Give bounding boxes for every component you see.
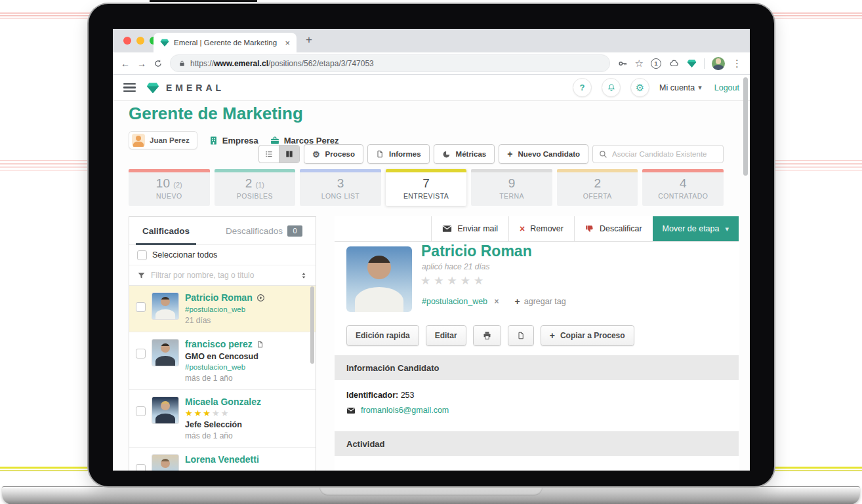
window-minimize-button[interactable] xyxy=(136,37,144,45)
candidate-checkbox[interactable] xyxy=(136,302,146,312)
stage-nuevo[interactable]: 10 (2) NUEVO xyxy=(129,169,210,206)
hamburger-menu-icon[interactable] xyxy=(123,83,136,92)
print-button[interactable] xyxy=(473,325,501,346)
reports-button[interactable]: Informes xyxy=(367,144,430,164)
help-button[interactable] xyxy=(573,78,592,97)
candidate-email-link[interactable]: fromanlois6@gmail.com xyxy=(361,406,449,415)
envelope-icon xyxy=(346,407,356,414)
add-tag-button[interactable]: agregar tag xyxy=(515,296,566,307)
candidate-row-francisco-perez[interactable]: francisco perez GMO en Cencosud #postula… xyxy=(129,332,316,390)
disqualify-button[interactable]: Descalificar xyxy=(574,216,653,241)
new-candidate-label: Nuevo Candidato xyxy=(518,150,580,158)
play-circle-icon[interactable] xyxy=(257,294,265,302)
filter-row: Filtrar por nombre, tag o titulo xyxy=(129,265,316,286)
candidate-rating-stars[interactable]: ★★★★★ xyxy=(185,408,261,418)
laptop-screen: Emeral | Gerente de Marketing https://ww… xyxy=(113,29,750,471)
edit-button[interactable]: Editar xyxy=(426,325,466,346)
candidate-row-lorena-venedetti[interactable]: Lorena Venedetti xyxy=(129,448,316,471)
stage-count: 10 xyxy=(156,176,170,190)
copy-to-process-button[interactable]: Copiar a Proceso xyxy=(541,325,634,346)
pdf-button[interactable] xyxy=(508,325,534,346)
onepassword-extension-icon[interactable] xyxy=(651,58,661,69)
new-candidate-button[interactable]: Nuevo Candidato xyxy=(499,144,588,164)
tab-descalificados[interactable]: Descalificados 0 xyxy=(220,217,308,244)
notifications-button[interactable] xyxy=(602,78,621,97)
candidate-name[interactable]: Lorena Venedetti xyxy=(185,454,259,465)
kanban-view-button[interactable] xyxy=(279,145,299,163)
remove-tag-icon[interactable] xyxy=(495,297,499,306)
stage-long-list[interactable]: 3 LONG LIST xyxy=(300,169,381,206)
candidate-detail-rating-stars[interactable]: ★★★★★ xyxy=(421,274,487,288)
emeral-extension-icon[interactable] xyxy=(687,58,697,68)
candidate-row-patricio-roman[interactable]: Patricio Roman #postulacion_web 21 días xyxy=(129,286,316,332)
send-mail-button[interactable]: Enviar mail xyxy=(431,216,508,241)
account-menu[interactable]: Mi cuenta xyxy=(659,83,702,92)
candidate-checkbox[interactable] xyxy=(136,349,146,359)
browser-url-bar: https://www.emeral.cl/positions/562/etap… xyxy=(113,52,750,75)
stage-oferta[interactable]: 2 OFERTA xyxy=(557,169,638,206)
browser-extensions xyxy=(617,57,742,70)
candidate-title: GMO en Cencosud xyxy=(185,352,264,361)
send-mail-label: Enviar mail xyxy=(457,224,498,233)
sort-updown-icon[interactable] xyxy=(300,271,308,280)
select-all-checkbox[interactable] xyxy=(137,250,147,260)
key-icon[interactable] xyxy=(617,58,628,69)
remove-button[interactable]: Remover xyxy=(508,216,574,241)
detail-buttons-row: Edición rapida Editar xyxy=(346,325,634,346)
filter-input[interactable]: Filtrar por nombre, tag o titulo xyxy=(151,271,295,280)
candidate-name[interactable]: francisco perez xyxy=(185,339,253,350)
candidate-row-micaela-gonzalez[interactable]: Micaela Gonzalez ★★★★★ Jefe Selección má… xyxy=(129,390,316,448)
new-tab-button[interactable] xyxy=(306,33,312,47)
candidate-tag[interactable]: #postulacion_web xyxy=(185,363,264,372)
metrics-button[interactable]: Métricas xyxy=(434,144,495,164)
company-item[interactable]: Empresa xyxy=(209,136,258,145)
quick-edit-button[interactable]: Edición rapida xyxy=(346,325,419,346)
settings-button[interactable] xyxy=(630,78,649,97)
reports-label: Informes xyxy=(389,150,421,158)
recruiter-chip[interactable]: Juan Perez xyxy=(129,131,197,149)
forward-button[interactable] xyxy=(137,58,146,69)
browser-menu-icon[interactable] xyxy=(732,58,742,69)
candidate-name[interactable]: Patricio Roman xyxy=(185,292,253,303)
candidate-name[interactable]: Micaela Gonzalez xyxy=(185,397,261,408)
brand-logo[interactable]: EMERAL xyxy=(146,81,224,94)
back-button[interactable] xyxy=(121,58,130,69)
list-scrollbar-thumb[interactable] xyxy=(310,286,314,364)
stage-color-bar xyxy=(557,169,638,172)
page-title: Gerente de Marketing xyxy=(129,104,303,124)
candidate-tag[interactable]: #postulacion_web xyxy=(185,305,265,314)
tab-close-icon[interactable] xyxy=(285,38,290,48)
account-label: Mi cuenta xyxy=(659,83,695,92)
identifier-label: Identificador: xyxy=(346,391,398,400)
associate-candidate-search[interactable]: Asociar Candidato Existente xyxy=(592,145,724,163)
document-icon[interactable] xyxy=(257,340,264,349)
move-stage-button[interactable]: Mover de etapa xyxy=(653,216,739,241)
stage-contratado[interactable]: 4 CONTRATADO xyxy=(642,169,724,206)
address-bar[interactable]: https://www.emeral.cl/positions/562/etap… xyxy=(170,54,610,72)
reload-button[interactable] xyxy=(154,59,163,68)
logout-link[interactable]: Logout xyxy=(714,83,739,92)
process-button[interactable]: Proceso xyxy=(304,144,363,164)
stage-extra-count: (2) xyxy=(173,181,182,189)
stage-posibles[interactable]: 2 (1) POSIBLES xyxy=(215,169,296,206)
tab-calificados[interactable]: Calificados xyxy=(137,217,195,244)
candidate-detail-photo xyxy=(346,246,412,312)
stage-count: 2 xyxy=(245,176,253,190)
building-icon xyxy=(209,136,218,145)
bookmark-star-icon[interactable] xyxy=(635,58,644,69)
select-all-label: Seleccionar todos xyxy=(152,250,217,260)
cloud-extension-icon[interactable] xyxy=(668,58,680,68)
browser-tab[interactable]: Emeral | Gerente de Marketing xyxy=(154,33,297,52)
page-scrollbar-thumb[interactable] xyxy=(743,77,748,176)
candidate-checkbox[interactable] xyxy=(136,464,146,471)
candidate-tag[interactable]: #postulacion_web xyxy=(422,297,499,306)
list-view-button[interactable] xyxy=(259,145,279,163)
browser-profile-avatar[interactable] xyxy=(712,57,725,70)
candidate-checkbox[interactable] xyxy=(136,406,146,416)
thumbs-down-icon xyxy=(585,224,594,233)
stage-count: 7 xyxy=(422,176,430,190)
stage-terna[interactable]: 9 TERNA xyxy=(471,169,552,206)
stage-entrevista[interactable]: 7 ENTREVISTA xyxy=(386,169,467,206)
window-close-button[interactable] xyxy=(123,37,131,45)
copy-to-process-label: Copiar a Proceso xyxy=(560,331,625,340)
